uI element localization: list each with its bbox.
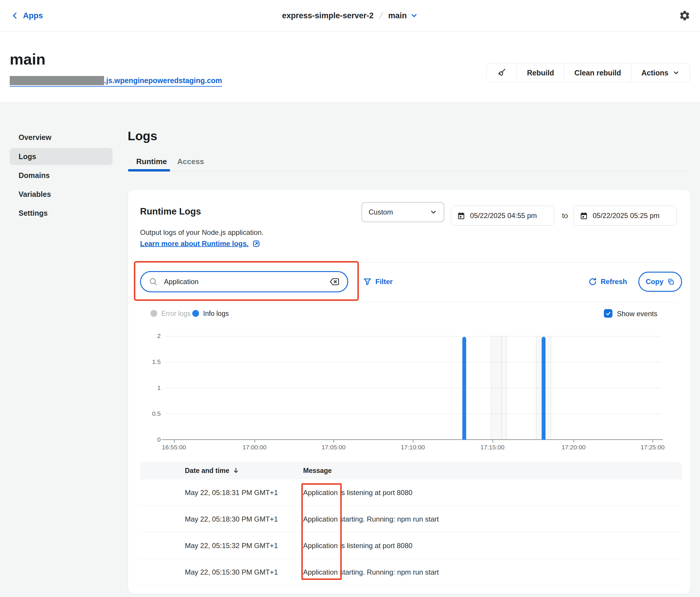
breadcrumb-separator: / xyxy=(378,10,383,22)
broom-icon xyxy=(497,68,506,78)
message-header-label: Message xyxy=(303,467,332,475)
actions-dropdown-button[interactable]: Actions xyxy=(631,63,690,82)
error-logs-legend-label[interactable]: Error logs xyxy=(161,310,191,318)
actions-label: Actions xyxy=(641,69,669,77)
log-table-row[interactable]: May 22, 05:15:32 PM GMT+1 Application is… xyxy=(140,533,682,559)
log-table-header: Date and time Message xyxy=(140,462,682,479)
info-logs-legend-dot[interactable] xyxy=(192,310,199,317)
back-to-apps-link[interactable]: Apps xyxy=(11,0,43,31)
log-message: Application starting. Running: npm run s… xyxy=(303,568,682,576)
refresh-button[interactable]: Refresh xyxy=(588,271,627,292)
log-table-row[interactable]: May 22, 05:15:30 PM GMT+1 Application st… xyxy=(140,559,682,586)
log-table-row[interactable]: May 22, 05:18:30 PM GMT+1 Application st… xyxy=(140,506,682,533)
column-header-datetime[interactable]: Date and time xyxy=(185,467,303,475)
date-range-to-label: to xyxy=(558,206,572,226)
copy-label: Copy xyxy=(646,278,664,286)
calendar-icon xyxy=(457,212,465,220)
x-tick xyxy=(493,440,493,443)
x-tick xyxy=(254,440,255,443)
gridline-1-5 xyxy=(165,362,660,362)
y-tick-label: 1 xyxy=(143,384,161,392)
learn-more-label: Learn more about Runtime logs. xyxy=(140,239,249,248)
tab-access[interactable]: Access xyxy=(177,157,204,166)
filter-label: Filter xyxy=(375,278,393,286)
event-band xyxy=(501,336,507,439)
calendar-icon xyxy=(580,212,588,220)
clear-cache-button[interactable] xyxy=(486,63,517,82)
x-tick xyxy=(413,440,414,443)
environment-actions-group: Rebuild Clean rebuild Actions xyxy=(486,63,690,82)
error-logs-legend-dot[interactable] xyxy=(150,310,157,317)
breadcrumb-app-name[interactable]: express-simple-server-2 xyxy=(282,11,374,20)
learn-more-link[interactable]: Learn more about Runtime logs. xyxy=(140,239,260,248)
panel-description: Output logs of your Node.js application. xyxy=(140,228,264,237)
time-range-select[interactable]: Custom xyxy=(361,202,444,222)
show-events-label: Show events xyxy=(617,310,657,318)
date-to-field[interactable]: 05/22/2025 05:25 pm xyxy=(574,206,677,226)
back-chevron-icon xyxy=(11,12,19,20)
log-message: Application is listening at port 8080 xyxy=(303,489,682,497)
clear-input-icon[interactable] xyxy=(329,277,340,287)
log-datetime: May 22, 05:15:32 PM GMT+1 xyxy=(185,542,303,550)
sidebar-item-logs[interactable]: Logs xyxy=(10,148,112,165)
breadcrumb: express-simple-server-2 / main xyxy=(282,0,418,31)
url-redaction-box xyxy=(10,76,104,85)
y-tick-label: 0.5 xyxy=(143,410,161,418)
sidebar-item-overview[interactable]: Overview xyxy=(10,129,112,146)
x-tick-label: 17:20:00 xyxy=(553,444,594,451)
sidebar-item-variables[interactable]: Variables xyxy=(10,186,112,203)
log-table-row[interactable]: May 22, 05:18:31 PM GMT+1 Application is… xyxy=(140,479,682,506)
date-from-value: 05/22/2025 04:55 pm xyxy=(470,212,537,220)
copy-button[interactable]: Copy xyxy=(639,272,682,292)
actions-chevron-down-icon xyxy=(673,69,680,76)
gridline-0-5 xyxy=(165,414,660,414)
gridline-2 xyxy=(165,336,660,337)
sort-descending-icon xyxy=(232,467,240,474)
info-log-bar[interactable] xyxy=(542,337,546,440)
rebuild-button[interactable]: Rebuild xyxy=(517,63,564,82)
settings-gear-icon[interactable] xyxy=(679,10,691,22)
env-chevron-down-icon[interactable] xyxy=(410,12,418,20)
x-tick xyxy=(333,440,334,443)
log-datetime: May 22, 05:15:30 PM GMT+1 xyxy=(185,568,303,576)
checkmark-icon xyxy=(605,311,611,316)
filter-button[interactable]: Filter xyxy=(363,271,393,292)
datetime-header-label: Date and time xyxy=(185,467,229,475)
clean-rebuild-label: Clean rebuild xyxy=(574,69,621,77)
x-tick-label: 17:25:00 xyxy=(632,444,673,451)
x-tick xyxy=(174,440,175,443)
info-logs-legend-label[interactable]: Info logs xyxy=(203,310,229,318)
select-chevron-down-icon xyxy=(430,208,437,216)
x-tick xyxy=(652,440,653,443)
tab-runtime[interactable]: Runtime xyxy=(136,157,167,166)
sidebar-label-variables: Variables xyxy=(19,190,51,199)
x-tick-label: 17:10:00 xyxy=(392,444,433,451)
clean-rebuild-button[interactable]: Clean rebuild xyxy=(564,63,631,82)
sidebar-item-settings[interactable]: Settings xyxy=(10,205,112,222)
sidebar-item-domains[interactable]: Domains xyxy=(10,167,112,184)
x-tick xyxy=(574,440,574,443)
environment-title: main xyxy=(10,51,45,68)
log-datetime: May 22, 05:18:30 PM GMT+1 xyxy=(185,515,303,523)
active-tab-indicator xyxy=(128,169,170,172)
show-events-checkbox[interactable] xyxy=(604,309,612,318)
sidebar-label-settings: Settings xyxy=(19,209,48,217)
breadcrumb-env-name[interactable]: main xyxy=(388,11,407,20)
gridline-1 xyxy=(165,388,660,388)
copy-icon xyxy=(667,278,675,286)
log-datetime: May 22, 05:18:31 PM GMT+1 xyxy=(185,489,303,497)
date-from-field[interactable]: 05/22/2025 04:55 pm xyxy=(451,206,554,226)
refresh-icon xyxy=(588,277,597,286)
sidebar-label-logs: Logs xyxy=(19,152,36,161)
info-log-bar[interactable] xyxy=(462,337,466,440)
log-search-field[interactable] xyxy=(140,271,348,292)
environment-url-text: .js.wpenginepoweredstaging.com xyxy=(104,76,222,85)
external-link-icon xyxy=(252,239,260,248)
search-input[interactable] xyxy=(164,277,324,286)
x-tick-label: 16:55:00 xyxy=(153,444,195,451)
environment-url-link[interactable]: .js.wpenginepoweredstaging.com xyxy=(10,76,222,87)
y-tick-label: 0 xyxy=(143,436,161,444)
column-header-message[interactable]: Message xyxy=(303,467,682,475)
sidebar-label-overview: Overview xyxy=(19,133,51,142)
panel-title: Runtime Logs xyxy=(140,206,201,217)
